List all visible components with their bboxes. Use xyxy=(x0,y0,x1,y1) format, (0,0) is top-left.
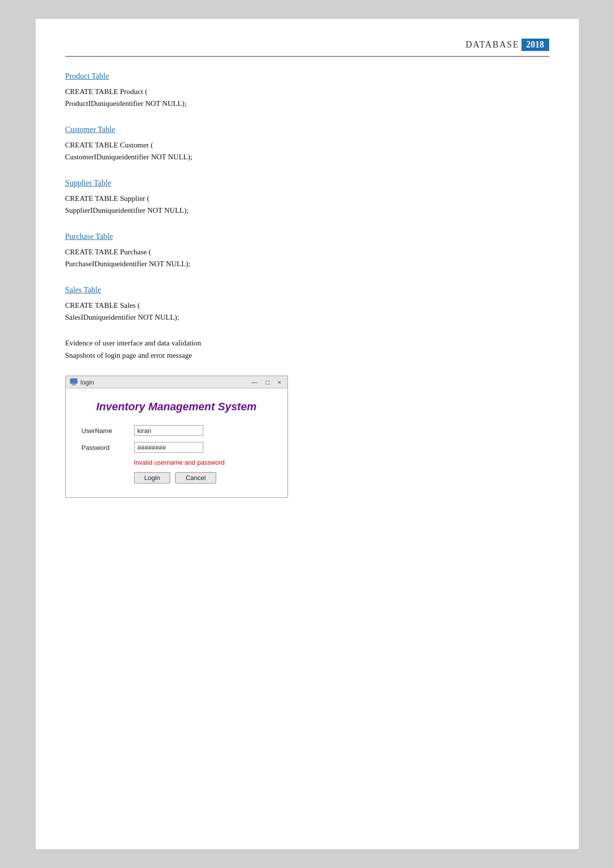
product-code-line2: ProductIDuniqueidentifier NOT NULL); xyxy=(65,97,549,109)
section-supplier: Supplier Table CREATE TABLE Supplier ( S… xyxy=(65,179,549,216)
supplier-code: CREATE TABLE Supplier ( SupplierIDunique… xyxy=(65,193,549,216)
header-database-label: DATABASE xyxy=(466,40,520,50)
minimize-button[interactable]: — xyxy=(249,379,260,386)
username-input[interactable] xyxy=(134,425,203,436)
password-field: Password xyxy=(82,442,272,453)
close-button[interactable]: × xyxy=(276,379,283,386)
supplier-code-line1: CREATE TABLE Supplier ( xyxy=(65,193,549,204)
password-label: Password xyxy=(82,444,126,451)
login-titlebar-left: login xyxy=(70,378,94,386)
customer-code: CREATE TABLE Customer ( CustomerIDunique… xyxy=(65,139,549,163)
product-table-title: Product Table xyxy=(65,72,549,81)
purchase-code-line2: PurchaseIDuniqueidentifier NOT NULL); xyxy=(65,258,549,270)
login-window-title: login xyxy=(81,379,94,386)
header-year-label: 2018 xyxy=(521,39,549,51)
maximize-button[interactable]: □ xyxy=(264,379,272,386)
svg-rect-1 xyxy=(72,384,75,385)
login-error-message: Invalid username and password xyxy=(134,459,272,466)
customer-table-title: Customer Table xyxy=(65,125,549,134)
svg-rect-2 xyxy=(71,385,76,386)
section-customer: Customer Table CREATE TABLE Customer ( C… xyxy=(65,125,549,163)
section-purchase: Purchase Table CREATE TABLE Purchase ( P… xyxy=(65,232,549,270)
login-titlebar: login — □ × xyxy=(66,376,287,388)
sales-code: CREATE TABLE Sales ( SalesIDuniqueidenti… xyxy=(65,299,549,323)
login-window-icon xyxy=(70,378,78,386)
header: DATABASE 2018 xyxy=(65,39,549,57)
username-label: UserName xyxy=(82,427,126,434)
customer-code-line2: CustomerIDuniqueidentifier NOT NULL); xyxy=(65,151,549,163)
customer-code-line1: CREATE TABLE Customer ( xyxy=(65,139,549,151)
login-body: Inventory Management System UserName Pas… xyxy=(66,388,287,497)
login-button[interactable]: Login xyxy=(134,472,171,483)
product-code: CREATE TABLE Product ( ProductIDuniqueid… xyxy=(65,86,549,109)
evidence-line2: Snapshots of login page and error messag… xyxy=(65,351,549,360)
sales-code-line1: CREATE TABLE Sales ( xyxy=(65,299,549,311)
password-input[interactable] xyxy=(134,442,203,453)
login-window: login — □ × Inventory Management System … xyxy=(65,376,288,498)
section-sales: Sales Table CREATE TABLE Sales ( SalesID… xyxy=(65,286,549,323)
purchase-code: CREATE TABLE Purchase ( PurchaseIDunique… xyxy=(65,246,549,270)
section-evidence: Evidence of user interface and data vali… xyxy=(65,339,549,360)
purchase-code-line1: CREATE TABLE Purchase ( xyxy=(65,246,549,258)
section-product: Product Table CREATE TABLE Product ( Pro… xyxy=(65,72,549,109)
login-titlebar-controls[interactable]: — □ × xyxy=(249,379,283,386)
product-code-line1: CREATE TABLE Product ( xyxy=(65,86,549,97)
evidence-line1: Evidence of user interface and data vali… xyxy=(65,339,549,347)
login-app-title: Inventory Management System xyxy=(82,400,272,413)
supplier-code-line2: SupplierIDuniqueidentifier NOT NULL); xyxy=(65,204,549,216)
svg-rect-0 xyxy=(70,379,77,384)
sales-code-line2: SalesIDuniqueidentifier NOT NULL); xyxy=(65,311,549,323)
purchase-table-title: Purchase Table xyxy=(65,232,549,241)
login-buttons: Login Cancel xyxy=(134,472,272,483)
cancel-button[interactable]: Cancel xyxy=(175,472,216,483)
page: DATABASE 2018 Product Table CREATE TABLE… xyxy=(35,18,579,850)
username-field: UserName xyxy=(82,425,272,436)
sales-table-title: Sales Table xyxy=(65,286,549,294)
supplier-table-title: Supplier Table xyxy=(65,179,549,188)
